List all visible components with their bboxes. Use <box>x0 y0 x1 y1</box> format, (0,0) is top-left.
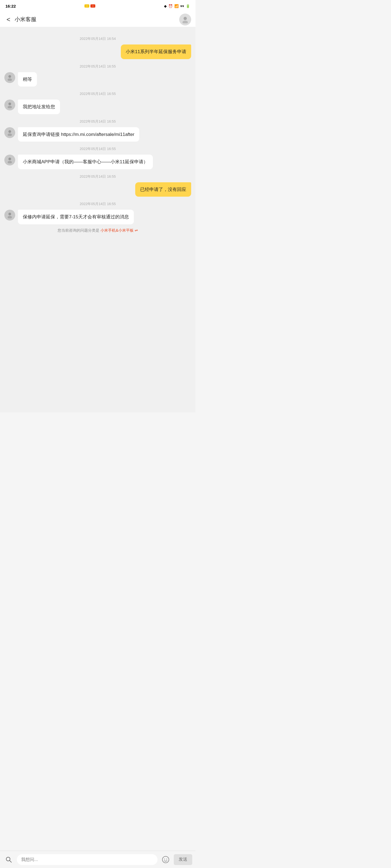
status-system-icons: ◆ ⏰ 📶 ▾▾ 🔋 <box>164 4 190 8</box>
timestamp-3: 2022年05月14日 16:55 <box>4 91 191 96</box>
svg-point-3 <box>8 79 12 81</box>
svg-point-11 <box>8 216 12 218</box>
alarm-icon: ⏰ <box>168 4 173 8</box>
timestamp-4: 2022年05月14日 16:55 <box>4 119 191 124</box>
notif-badge-2: ▪ <box>90 4 95 8</box>
svg-point-1 <box>183 21 188 23</box>
status-notifications: ▪ ▪ <box>84 4 95 8</box>
message-row-6: 已经申请了，没有回应 <box>4 182 191 197</box>
message-row-7: 保修内申请延保，需要7-15天才会有审核通过的消息 <box>4 210 191 224</box>
svg-point-10 <box>8 213 11 215</box>
timestamp-2: 2022年05月14日 16:55 <box>4 64 191 69</box>
timestamp-6: 2022年05月14日 16:55 <box>4 174 191 179</box>
bubble-left-4: 小米商城APP申请（我的——客服中心——小米11延保申请） <box>18 155 153 169</box>
category-bar: 您当前咨询的问题分类是 小米手机&小米平板 ⇌ <box>4 225 191 237</box>
battery-icon: 🔋 <box>186 4 190 8</box>
agent-avatar-small-3 <box>4 127 15 138</box>
message-row-2: 稍等 <box>4 72 191 87</box>
timestamp-1: 2022年05月14日 16:54 <box>4 36 191 41</box>
status-time: 16:22 <box>5 4 16 8</box>
category-prefix: 您当前咨询的问题分类是 <box>58 228 100 232</box>
notif-badge-1: ▪ <box>84 4 89 8</box>
bubble-right-1: 小米11系列半年延保服务申请 <box>121 44 191 59</box>
category-change-icon[interactable]: ⇌ <box>135 228 138 232</box>
bubble-left-3: 延保查询申请链接 https://m.mi.com/aftersale/mi11… <box>18 127 139 142</box>
svg-point-9 <box>8 161 12 163</box>
bubble-left-2: 我把地址发给您 <box>18 99 60 114</box>
page-title: 小米客服 <box>15 16 179 23</box>
message-row-3: 我把地址发给您 <box>4 99 191 114</box>
svg-point-0 <box>184 17 187 20</box>
wifi-icon: ▾▾ <box>180 4 184 8</box>
signal-icon: 📶 <box>174 4 179 8</box>
agent-avatar-small-4 <box>4 155 15 165</box>
svg-point-6 <box>8 130 11 133</box>
agent-avatar-small-1 <box>4 72 15 83</box>
agent-avatar-small-2 <box>4 99 15 111</box>
title-bar: < 小米客服 <box>0 12 196 27</box>
message-row-5: 小米商城APP申请（我的——客服中心——小米11延保申请） <box>4 155 191 169</box>
svg-point-5 <box>8 106 12 108</box>
svg-point-7 <box>8 133 12 136</box>
category-link[interactable]: 小米手机&小米平板 <box>101 228 134 232</box>
agent-avatar-button[interactable] <box>179 13 191 26</box>
chat-area: 2022年05月14日 16:54 小米11系列半年延保服务申请 2022年05… <box>0 27 196 412</box>
agent-avatar-small-5 <box>4 210 15 220</box>
bubble-right-2: 已经申请了，没有回应 <box>135 182 191 197</box>
svg-point-8 <box>8 158 11 160</box>
svg-point-4 <box>8 102 11 105</box>
status-bar: 16:22 ▪ ▪ ◆ ⏰ 📶 ▾▾ 🔋 <box>0 0 196 12</box>
timestamp-5: 2022年05月14日 16:55 <box>4 147 191 151</box>
back-button[interactable]: < <box>4 13 12 26</box>
timestamp-7: 2022年05月14日 16:55 <box>4 202 191 207</box>
bluetooth-icon: ◆ <box>164 4 167 8</box>
bubble-left-1: 稍等 <box>18 72 37 87</box>
svg-point-2 <box>8 75 11 78</box>
message-row-1: 小米11系列半年延保服务申请 <box>4 44 191 59</box>
message-row-4: 延保查询申请链接 https://m.mi.com/aftersale/mi11… <box>4 127 191 142</box>
bubble-left-5: 保修内申请延保，需要7-15天才会有审核通过的消息 <box>18 210 134 224</box>
